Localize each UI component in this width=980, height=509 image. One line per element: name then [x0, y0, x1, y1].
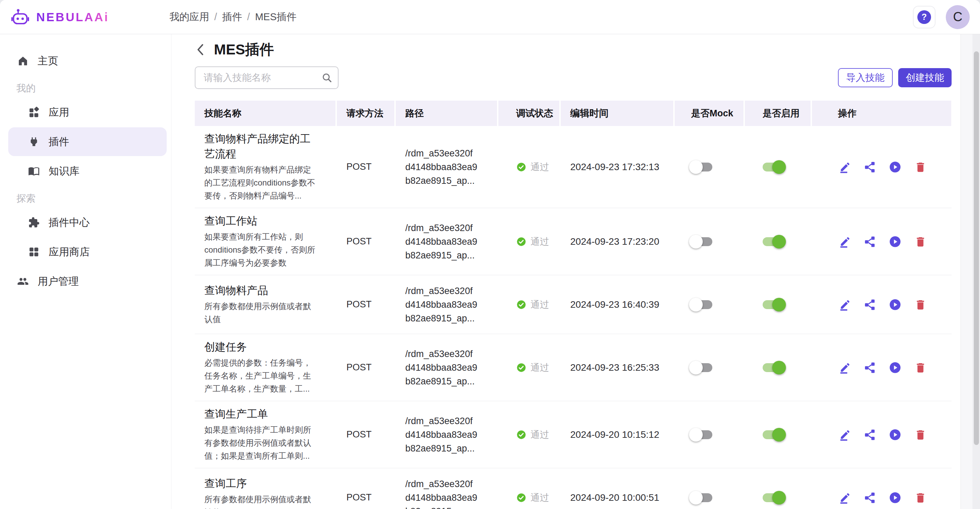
- skill-name: 查询物料产品: [204, 283, 337, 298]
- enable-toggle[interactable]: [763, 363, 784, 372]
- edit-time-cell: 2024-09-20 10:00:51: [561, 492, 675, 503]
- mock-toggle[interactable]: [691, 237, 712, 246]
- edit-time-cell: 2024-09-20 10:15:12: [561, 429, 675, 440]
- debug-status-label: 通过: [531, 299, 549, 311]
- sidebar-item-apps[interactable]: 应用: [8, 98, 167, 127]
- mock-toggle[interactable]: [691, 363, 712, 372]
- scrollbar-track[interactable]: [972, 34, 980, 509]
- scrollbar-thumb[interactable]: [974, 51, 979, 445]
- page-title: MES插件: [214, 40, 274, 59]
- edit-time-cell: 2024-09-23 16:40:39: [561, 299, 675, 310]
- edit-button[interactable]: [838, 235, 851, 248]
- home-icon: [17, 55, 29, 67]
- mock-toggle[interactable]: [691, 493, 712, 502]
- mock-cell: [675, 237, 745, 246]
- enable-cell: [745, 363, 812, 372]
- robot-logo-icon: [10, 8, 30, 25]
- table-row: 查询物料产品绑定的工艺流程 如果要查询所有物料产品绑定的工艺流程则conditi…: [195, 126, 951, 208]
- skill-name: 查询生产工单: [204, 407, 337, 422]
- debug-status-cell: 通过: [498, 235, 561, 248]
- skill-name-cell: 查询工作站 如果要查询所有工作站，则conditions参数不要传，否则所属工序…: [195, 213, 337, 269]
- path-cell: /rdm_a53ee320f d4148bbaa83ea9 b82ae8915_…: [396, 477, 498, 509]
- delete-button[interactable]: [914, 428, 927, 441]
- play-icon: [889, 299, 901, 311]
- create-skill-button[interactable]: 创建技能: [898, 68, 951, 87]
- share-button[interactable]: [863, 298, 876, 311]
- method-cell: POST: [337, 362, 396, 373]
- app-logo[interactable]: NEBULAAi: [10, 8, 169, 25]
- topbar-right: ? C: [913, 5, 970, 29]
- actions-cell: [812, 491, 951, 504]
- sidebar-item-label: 应用: [49, 105, 69, 119]
- sidebar-item-home[interactable]: 主页: [8, 46, 167, 75]
- delete-button[interactable]: [914, 161, 927, 173]
- toggle-knob: [689, 235, 703, 248]
- mock-toggle[interactable]: [691, 430, 712, 439]
- enable-toggle[interactable]: [763, 162, 784, 172]
- run-button[interactable]: [889, 361, 902, 374]
- search-icon[interactable]: [321, 72, 332, 83]
- breadcrumb-my-apps[interactable]: 我的应用: [169, 10, 209, 24]
- sidebar-item-label: 应用商店: [49, 245, 90, 259]
- play-icon: [889, 492, 901, 504]
- debug-status-cell: 通过: [498, 299, 561, 311]
- edit-button[interactable]: [838, 361, 851, 374]
- skills-table: 技能名称 请求方法 路径 调试状态 编辑时间 是否Mock 是否启用 操作 查询…: [195, 101, 951, 509]
- user-avatar[interactable]: C: [946, 5, 970, 29]
- share-button[interactable]: [863, 235, 876, 248]
- mock-toggle[interactable]: [691, 162, 712, 172]
- method-cell: POST: [337, 429, 396, 440]
- run-button[interactable]: [889, 491, 902, 504]
- check-circle-icon: [516, 237, 527, 247]
- edit-icon: [838, 361, 851, 374]
- skill-name: 查询工作站: [204, 213, 337, 229]
- share-button[interactable]: [863, 491, 876, 504]
- breadcrumb-plugins[interactable]: 插件: [222, 10, 242, 24]
- back-button[interactable]: [195, 43, 207, 56]
- sidebar-item-plugin-center[interactable]: 插件中心: [8, 208, 167, 237]
- run-button[interactable]: [889, 161, 902, 173]
- mock-toggle[interactable]: [691, 300, 712, 309]
- import-skill-button[interactable]: 导入技能: [838, 68, 893, 87]
- edit-button[interactable]: [838, 428, 851, 441]
- sidebar-item-app-store[interactable]: 应用商店: [8, 237, 167, 266]
- help-button[interactable]: ?: [913, 6, 935, 29]
- enable-toggle[interactable]: [763, 430, 784, 439]
- edit-button[interactable]: [838, 491, 851, 504]
- edit-button[interactable]: [838, 298, 851, 311]
- enable-toggle[interactable]: [763, 493, 784, 502]
- toggle-knob: [689, 298, 703, 312]
- delete-button[interactable]: [914, 298, 927, 311]
- enable-toggle[interactable]: [763, 237, 784, 246]
- edit-button[interactable]: [838, 161, 851, 173]
- debug-status-label: 通过: [531, 161, 549, 173]
- run-button[interactable]: [889, 235, 902, 248]
- share-button[interactable]: [863, 361, 876, 374]
- delete-button[interactable]: [914, 361, 927, 374]
- sidebar-item-user-management[interactable]: 用户管理: [8, 267, 167, 296]
- debug-status-label: 通过: [531, 492, 549, 504]
- edit-icon: [838, 161, 851, 173]
- debug-status-label: 通过: [531, 235, 549, 248]
- enable-toggle[interactable]: [763, 300, 784, 309]
- search-input[interactable]: [195, 67, 339, 89]
- delete-button[interactable]: [914, 491, 927, 504]
- sidebar-item-label: 插件中心: [49, 216, 90, 230]
- trash-icon: [914, 492, 927, 504]
- share-button[interactable]: [863, 161, 876, 173]
- run-button[interactable]: [889, 298, 902, 311]
- check-circle-icon: [516, 162, 527, 172]
- run-button[interactable]: [889, 428, 902, 441]
- play-icon: [889, 429, 901, 441]
- delete-button[interactable]: [914, 235, 927, 248]
- share-button[interactable]: [863, 428, 876, 441]
- table-row: 查询工序 所有参数都使用示例值或者默认值 POST /rdm_a53ee320f…: [195, 468, 951, 509]
- trash-icon: [914, 361, 927, 374]
- column-header-enable: 是否启用: [745, 101, 812, 126]
- sidebar-item-knowledge-base[interactable]: 知识库: [8, 157, 167, 186]
- debug-status-label: 通过: [531, 429, 549, 441]
- book-icon: [28, 165, 40, 177]
- puzzle-icon: [28, 217, 40, 228]
- breadcrumb: 我的应用 / 插件 / MES插件: [169, 10, 296, 24]
- sidebar-item-plugins[interactable]: 插件: [8, 127, 167, 156]
